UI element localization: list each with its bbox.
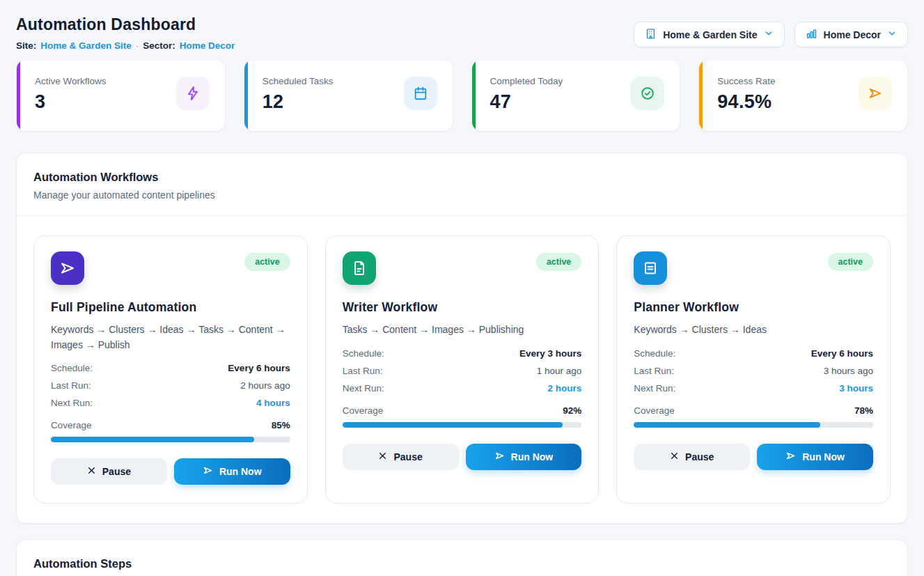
coverage-row: Coverage 92% [343,405,582,416]
last-run-value: 3 hours ago [824,366,873,376]
chevron-down-icon [887,29,897,40]
workflow-actions: Pause Run Now [634,444,873,470]
workflows-panel-header: Automation Workflows Manage your automat… [17,153,907,216]
schedule-label: Schedule: [343,348,384,359]
run-now-button[interactable]: Run Now [174,458,290,485]
breadcrumb: Site: Home & Garden Site · Sector: Home … [16,40,235,51]
calendar-icon [404,77,437,110]
progress-bar-fill [51,437,254,442]
site-selector-label: Home & Garden Site [663,29,757,40]
check-circle-icon [631,77,664,110]
last-run-row: Last Run: 2 hours ago [51,380,290,391]
next-run-value: 3 hours [839,383,873,394]
stat-cards-row: Active Workflows 3 Scheduled Tasks 12 [16,59,908,132]
site-selector-dropdown[interactable]: Home & Garden Site [634,22,784,47]
progress-bar [343,422,582,428]
workflow-title: Planner Workflow [634,300,873,315]
workflow-actions: Pause Run Now [343,444,582,470]
steps-panel-header: Automation Steps Configure which steps a… [17,540,907,576]
schedule-row: Schedule: Every 3 hours [343,348,582,359]
stat-card-scheduled-tasks: Scheduled Tasks 12 [244,59,453,132]
last-run-label: Last Run: [343,366,383,376]
x-icon [670,451,679,462]
run-now-label: Run Now [219,466,262,477]
schedule-value: Every 6 hours [228,363,290,373]
automation-steps-panel: Automation Steps Configure which steps a… [16,539,908,576]
progress-bar-fill [343,422,563,428]
schedule-row: Schedule: Every 6 hours [634,348,873,359]
status-badge: active [536,253,581,271]
last-run-label: Last Run: [51,380,91,391]
next-run-label: Next Run: [634,383,675,394]
send-icon [203,465,213,478]
next-run-label: Next Run: [51,398,93,408]
workflow-card-top: active [634,251,873,285]
run-now-button[interactable]: Run Now [466,444,582,470]
run-now-label: Run Now [511,451,554,462]
lightning-icon [176,77,210,110]
workflows-panel-subtitle: Manage your automated content pipelines [33,189,891,201]
stat-card-success-rate: Success Rate 94.5% [698,59,908,132]
pause-label: Pause [685,451,714,462]
site-link[interactable]: Home & Garden Site [40,40,132,51]
stat-card-completed-today: Completed Today 47 [471,59,681,132]
workflows-panel-title: Automation Workflows [33,171,891,184]
send-icon [785,451,796,463]
schedule-value: Every 6 hours [811,348,873,359]
schedule-label: Schedule: [51,363,93,373]
building-icon [645,28,657,42]
workflow-actions: Pause Run Now [51,458,290,485]
workflow-meta: Schedule: Every 6 hours Last Run: 2 hour… [51,363,290,408]
send-icon [494,451,505,463]
pause-button[interactable]: Pause [634,444,750,470]
accent-stripe [244,60,248,131]
coverage-label: Coverage [51,420,92,430]
workflow-card-top: active [343,251,582,285]
header-left: Automation Dashboard Site: Home & Garden… [16,15,235,51]
automation-dashboard-page: Automation Dashboard Site: Home & Garden… [0,0,924,576]
separator: · [136,40,139,51]
accent-stripe [472,60,476,131]
coverage-block: Coverage 78% [634,405,873,428]
last-run-row: Last Run: 3 hours ago [634,366,873,376]
pause-button[interactable]: Pause [51,458,167,485]
coverage-value: 85% [272,420,290,430]
automation-workflows-panel: Automation Workflows Manage your automat… [16,153,908,524]
sector-selector-dropdown[interactable]: Home Decor [794,22,908,47]
workflow-title: Full Pipeline Automation [51,300,290,315]
schedule-label: Schedule: [634,348,675,359]
next-run-row: Next Run: 4 hours [51,398,290,408]
stat-card-active-workflows: Active Workflows 3 [16,59,226,132]
sector-selector-label: Home Decor [824,29,881,40]
sector-link[interactable]: Home Decor [180,40,235,51]
schedule-row: Schedule: Every 6 hours [51,363,290,373]
status-badge: active [828,253,873,271]
site-label: Site: [16,40,36,51]
send-icon [51,251,84,285]
coverage-label: Coverage [634,405,675,416]
coverage-value: 78% [854,405,873,416]
x-icon [87,466,96,477]
header: Automation Dashboard Site: Home & Garden… [16,15,908,51]
workflow-card-full-pipeline: active Full Pipeline Automation Keywords… [33,235,308,504]
workflow-pipeline: Keywords → Clusters → Ideas → Tasks → Co… [51,322,290,352]
run-now-label: Run Now [802,451,845,462]
steps-panel-title: Automation Steps [33,557,891,570]
progress-bar [634,422,873,428]
page-title: Automation Dashboard [16,15,235,34]
pause-label: Pause [102,466,131,477]
workflow-title: Writer Workflow [343,300,582,315]
progress-bar-fill [634,422,820,428]
next-run-row: Next Run: 3 hours [634,383,873,394]
last-run-label: Last Run: [634,366,674,376]
next-run-value: 2 hours [548,383,582,394]
sector-label: Sector: [143,40,175,51]
workflow-pipeline: Tasks → Content → Images → Publishing [343,322,582,338]
last-run-value: 1 hour ago [537,366,582,376]
coverage-value: 92% [563,405,581,416]
last-run-value: 2 hours ago [240,380,290,391]
run-now-button[interactable]: Run Now [757,444,873,470]
send-icon [859,77,892,110]
pause-button[interactable]: Pause [343,444,459,470]
workflow-cards-grid: active Full Pipeline Automation Keywords… [33,235,891,504]
